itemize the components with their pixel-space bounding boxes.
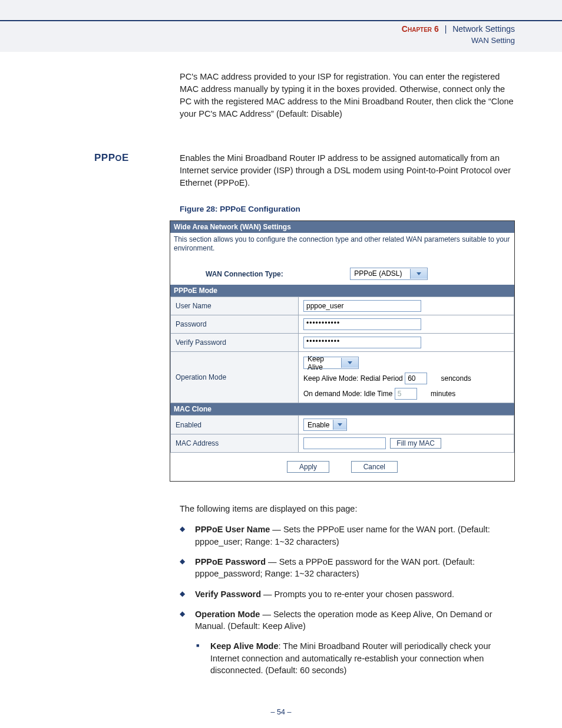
table-row: User Name bbox=[171, 297, 514, 315]
table-row: MAC Address Fill my MAC bbox=[171, 434, 514, 453]
password-label: Password bbox=[171, 315, 299, 333]
mac-enabled-select[interactable]: Enable bbox=[303, 419, 347, 431]
page: Chapter 6 | Network Settings WAN Setting… bbox=[0, 0, 562, 728]
page-number: – 54 – bbox=[0, 708, 562, 716]
items-intro: The following items are displayed on thi… bbox=[180, 503, 515, 515]
pppoe-mode-header: PPPoE Mode bbox=[170, 285, 514, 297]
bullet-title: Verify Password bbox=[195, 589, 261, 599]
wan-connection-label: WAN Connection Type: bbox=[206, 269, 283, 278]
wan-connection-value: PPPoE (ADSL) bbox=[351, 269, 410, 278]
chevron-down-icon bbox=[333, 420, 346, 430]
bullet-title: PPPoE Password bbox=[195, 557, 266, 566]
figure-description: This section allows you to configure the… bbox=[170, 233, 514, 263]
username-input[interactable] bbox=[303, 300, 421, 312]
figure-caption: Figure 28: PPPoE Configuration bbox=[180, 205, 515, 213]
verify-password-input[interactable]: ••••••••••• bbox=[303, 337, 421, 348]
chevron-down-icon bbox=[410, 269, 427, 279]
mac-address-input[interactable] bbox=[303, 437, 386, 449]
list-item: Verify Password — Prompts you to re-ente… bbox=[180, 588, 515, 600]
verify-password-label: Verify Password bbox=[171, 333, 299, 351]
apply-button[interactable]: Apply bbox=[287, 461, 329, 473]
mac-enabled-value: Enable bbox=[304, 421, 333, 429]
table-row: Enabled Enable bbox=[171, 416, 514, 434]
table-row: Verify Password ••••••••••• bbox=[171, 333, 514, 351]
section-heading-pppoe: PPPOE bbox=[94, 152, 129, 164]
pppoe-paragraph: Enables the Mini Broadband Router IP add… bbox=[180, 152, 515, 189]
bullet-title: Operation Mode bbox=[195, 610, 260, 619]
pppoe-mode-table: User Name Password ••••••••••• Verify Pa… bbox=[170, 297, 514, 404]
fill-my-mac-button[interactable]: Fill my MAC bbox=[390, 438, 441, 449]
header-separator: | bbox=[445, 24, 447, 34]
cancel-button[interactable]: Cancel bbox=[351, 461, 398, 473]
bullet-desc: — Prompts you to re-enter your chosen pa… bbox=[261, 589, 454, 599]
mac-clone-table: Enabled Enable MAC Address Fill my MAC bbox=[170, 415, 514, 453]
redial-unit: senconds bbox=[441, 374, 471, 383]
table-row: Password ••••••••••• bbox=[171, 315, 514, 333]
header-rule bbox=[0, 20, 562, 21]
chapter-label: Chapter 6 bbox=[402, 24, 439, 34]
sub-list-item: Keep Alive Mode: The Mini Broadband Rout… bbox=[180, 640, 515, 676]
section-label: Network Settings bbox=[452, 24, 515, 34]
bullet-title: PPPoE User Name bbox=[195, 525, 270, 534]
content: PC's MAC address provided to your ISP fo… bbox=[0, 71, 562, 684]
mac-enabled-label: Enabled bbox=[171, 416, 299, 434]
list-item: Operation Mode — Selects the operation m… bbox=[180, 608, 515, 633]
operation-mode-select[interactable]: Keep Alive bbox=[303, 357, 359, 369]
subsection-label: WAN Setting bbox=[402, 35, 515, 46]
running-header: Chapter 6 | Network Settings WAN Setting bbox=[402, 24, 515, 46]
list-item: PPPoE User Name — Sets the PPPoE user na… bbox=[180, 523, 515, 548]
mac-clone-header: MAC Clone bbox=[170, 403, 514, 415]
figure-wan-settings: Wide Area Network (WAN) Settings This se… bbox=[170, 220, 515, 482]
wan-connection-row: WAN Connection Type: PPPoE (ADSL) bbox=[170, 263, 514, 285]
operation-mode-label: Operation Mode bbox=[171, 351, 299, 403]
idle-unit: minutes bbox=[431, 390, 455, 398]
wan-connection-select[interactable]: PPPoE (ADSL) bbox=[350, 268, 428, 280]
bullet-list: PPPoE User Name — Sets the PPPoE user na… bbox=[180, 523, 515, 676]
password-input[interactable]: ••••••••••• bbox=[303, 318, 421, 330]
mac-address-label: MAC Address bbox=[171, 434, 299, 453]
sub-bullet-title: Keep Alive Mode bbox=[210, 641, 279, 651]
ondemand-text: On demand Mode: Idle Time bbox=[303, 390, 392, 398]
figure-title-bar: Wide Area Network (WAN) Settings bbox=[170, 221, 514, 233]
list-item: PPPoE Password — Sets a PPPoE password f… bbox=[180, 556, 515, 580]
chevron-down-icon bbox=[341, 358, 358, 368]
operation-mode-value: Keep Alive bbox=[304, 355, 341, 371]
username-label: User Name bbox=[171, 297, 299, 315]
prev-paragraph: PC's MAC address provided to your ISP fo… bbox=[180, 71, 515, 120]
idle-time-input bbox=[395, 388, 417, 400]
figure-actions: Apply Cancel bbox=[170, 453, 514, 481]
keepalive-text: Keep Alive Mode: Redial Period bbox=[303, 374, 403, 383]
table-row: Operation Mode Keep Alive Keep Alive Mod… bbox=[171, 351, 514, 403]
redial-period-input[interactable] bbox=[405, 373, 427, 384]
